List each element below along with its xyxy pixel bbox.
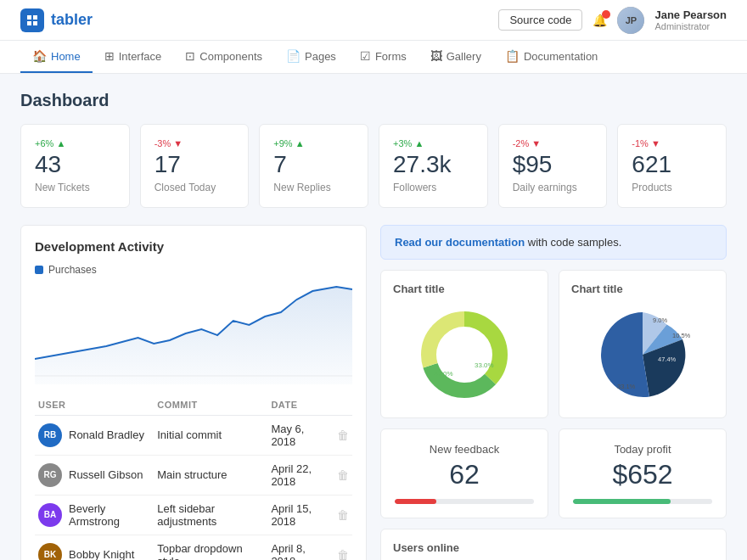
doc-banner: Read our documentation with code samples… [380,225,727,260]
line-chart [35,283,352,384]
stat-label-0: New Tickets [35,182,115,193]
logo-icon [20,8,44,32]
main-nav: 🏠 Home ⊞ Interface ⊡ Components 📄 Pages … [0,41,747,74]
user-avatar-2: BA [38,503,62,527]
stat-card-4: -2% ▼ $95 Daily earnings [498,124,608,208]
bell-icon[interactable]: 🔔 [593,14,607,27]
stat-label-3: Followers [393,182,474,193]
pie-chart: 9.0% 10.5% 33.1% 47.4% [571,304,714,406]
table-row: BA Beverly Armstrong Left sidebar adjust… [35,495,352,535]
user-name-2: Beverly Armstrong [69,502,150,528]
right-panel: Read our documentation with code samples… [380,225,727,560]
col-action [334,395,352,416]
feedback-card: New feedback 62 [380,428,548,518]
stat-trend-4: -2% ▼ [513,138,593,148]
stat-label-2: New Replies [273,182,354,193]
donut-chart-card: Chart title 37.0% 33.0% [380,270,548,418]
delete-icon-1[interactable]: 🗑 [337,468,349,482]
delete-icon-0[interactable]: 🗑 [337,428,349,442]
nav-item-home[interactable]: 🏠 Home [20,41,93,73]
user-info: Jane Pearson Administrator [654,8,727,31]
chart-legend: Purchases [35,264,352,276]
svg-text:33.0%: 33.0% [475,361,494,369]
nav-item-gallery[interactable]: 🖼 Gallery [418,41,493,73]
nav-label-pages: Pages [305,50,336,63]
pages-icon: 📄 [286,49,300,63]
user-avatar-1: RG [38,463,62,487]
stat-value-3: 27.3k [393,152,474,178]
feedback-label: New feedback [395,443,534,456]
svg-text:33.1%: 33.1% [617,383,636,390]
delete-cell-0[interactable]: 🗑 [334,415,352,455]
header: tabler Source code 🔔 JP Jane Pearson Adm… [0,0,747,41]
svg-text:37.0%: 37.0% [434,370,453,378]
stat-trend-5: -1% ▼ [632,138,712,148]
stats-row: +6% ▲ 43 New Tickets -3% ▼ 17 Closed Tod… [20,124,727,208]
nav-item-pages[interactable]: 📄 Pages [274,41,348,73]
components-icon: ⊡ [185,49,195,63]
nav-item-components[interactable]: ⊡ Components [173,41,274,73]
user-cell-3: BK Bobby Knight [35,535,154,560]
source-code-button[interactable]: Source code [498,9,582,31]
date-cell-1: April 22, 2018 [267,455,334,495]
table-row: BK Bobby Knight Topbar dropdown style Ap… [35,535,352,560]
table-row: RG Russell Gibson Main structure April 2… [35,455,352,495]
stat-value-1: 17 [154,152,235,178]
delete-icon-2[interactable]: 🗑 [337,508,349,522]
svg-text:47.4%: 47.4% [658,356,677,363]
feedback-bar [395,499,436,504]
user-name: Jane Pearson [654,8,727,21]
user-name-0: Ronald Bradley [69,428,144,441]
avatar: JP [617,7,644,34]
profit-bar [573,499,671,504]
delete-cell-1[interactable]: 🗑 [334,455,352,495]
documentation-icon: 📋 [505,49,520,63]
table-row: RB Ronald Bradley Initial commit May 6, … [35,415,352,455]
stat-value-0: 43 [35,152,115,178]
bottom-grid: Development Activity Purchases [20,225,727,560]
chart1-title: Chart title [393,283,536,295]
notification-badge [602,10,610,19]
stat-trend-0: +6% ▲ [35,138,115,148]
user-cell-0: RB Ronald Bradley [35,415,154,455]
profit-value: $652 [573,459,712,490]
users-online-card: Users online [380,529,727,560]
col-commit: COMMIT [154,395,267,416]
stat-trend-1: -3% ▼ [154,138,235,148]
col-date: DATE [267,395,334,416]
delete-cell-3[interactable]: 🗑 [334,535,352,560]
header-right: Source code 🔔 JP Jane Pearson Administra… [498,7,727,34]
stat-value-2: 7 [273,152,354,178]
delete-icon-3[interactable]: 🗑 [337,548,349,560]
stat-label-1: Closed Today [154,182,235,193]
home-icon: 🏠 [32,49,47,63]
stat-card-5: -1% ▼ 621 Products [617,124,727,208]
svg-text:10.5%: 10.5% [672,332,691,339]
nav-item-documentation[interactable]: 📋 Documentation [493,41,609,73]
profit-progress [573,499,712,504]
charts-row: Chart title 37.0% 33.0% [380,270,727,418]
nav-label-components: Components [199,50,262,63]
logo: tabler [20,8,93,32]
commit-cell-3: Topbar dropdown style [154,535,267,560]
profit-card: Today profit $652 [559,428,727,518]
metrics-row: New feedback 62 Today profit $652 [380,428,727,518]
date-cell-0: May 6, 2018 [267,415,334,455]
dev-activity-title: Development Activity [35,239,352,254]
nav-item-forms[interactable]: ☑ Forms [348,41,418,73]
commit-cell-2: Left sidebar adjustments [154,495,267,535]
delete-cell-2[interactable]: 🗑 [334,495,352,535]
activity-table: USER COMMIT DATE RB Ronald Bradley Initi… [35,395,352,560]
doc-banner-bold: Read our documentation [395,236,525,249]
user-name-1: Russell Gibson [69,468,143,481]
user-cell-1: RG Russell Gibson [35,455,154,495]
user-role: Administrator [654,21,727,31]
stat-value-4: $95 [513,152,593,178]
feedback-value: 62 [395,459,534,490]
legend-label: Purchases [48,264,97,276]
nav-item-interface[interactable]: ⊞ Interface [93,41,174,73]
stat-card-2: +9% ▲ 7 New Replies [259,124,368,208]
page-title: Dashboard [20,91,727,110]
commit-cell-0: Initial commit [154,415,267,455]
nav-label-home: Home [51,50,81,63]
